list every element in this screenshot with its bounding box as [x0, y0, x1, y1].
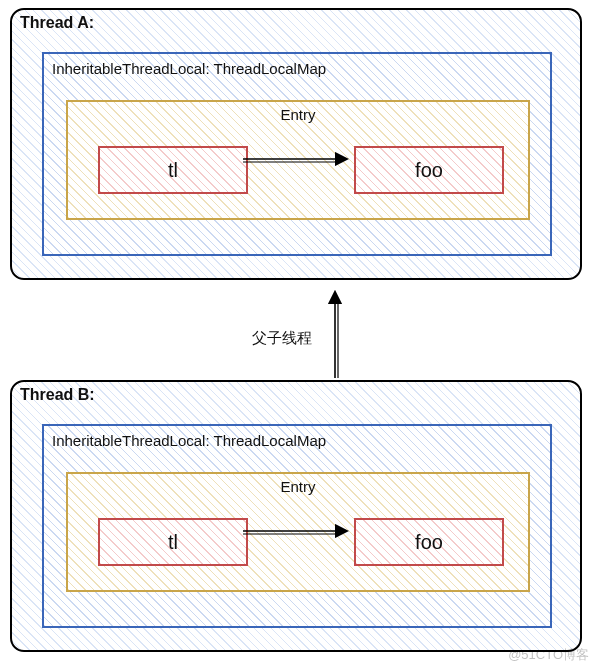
- thread-a-map-box: InheritableThreadLocal: ThreadLocalMap E…: [42, 52, 552, 256]
- thread-a-map-title: InheritableThreadLocal: ThreadLocalMap: [52, 60, 326, 77]
- thread-b-entry-title: Entry: [280, 478, 315, 495]
- thread-a-entry-value-label: foo: [415, 159, 443, 182]
- thread-b-entry-value-label: foo: [415, 531, 443, 554]
- diagram-canvas: Thread A: InheritableThreadLocal: Thread…: [0, 0, 595, 668]
- parent-child-arrow: [335, 293, 338, 378]
- watermark: @51CTO博客: [508, 646, 589, 664]
- parent-child-label: 父子线程: [252, 329, 312, 348]
- thread-b-entry-key: tl: [98, 518, 248, 566]
- thread-b-box: Thread B: InheritableThreadLocal: Thread…: [10, 380, 582, 652]
- thread-b-map-box: InheritableThreadLocal: ThreadLocalMap E…: [42, 424, 552, 628]
- thread-a-entry-box: Entry tl foo: [66, 100, 530, 220]
- thread-a-box: Thread A: InheritableThreadLocal: Thread…: [10, 8, 582, 280]
- thread-a-entry-key-label: tl: [168, 159, 178, 182]
- thread-b-entry-key-label: tl: [168, 531, 178, 554]
- thread-a-entry-key: tl: [98, 146, 248, 194]
- thread-b-title: Thread B:: [20, 386, 95, 404]
- thread-b-entry-value: foo: [354, 518, 504, 566]
- thread-b-map-title: InheritableThreadLocal: ThreadLocalMap: [52, 432, 326, 449]
- thread-a-title: Thread A:: [20, 14, 94, 32]
- thread-a-entry-title: Entry: [280, 106, 315, 123]
- thread-b-entry-box: Entry tl foo: [66, 472, 530, 592]
- thread-a-entry-value: foo: [354, 146, 504, 194]
